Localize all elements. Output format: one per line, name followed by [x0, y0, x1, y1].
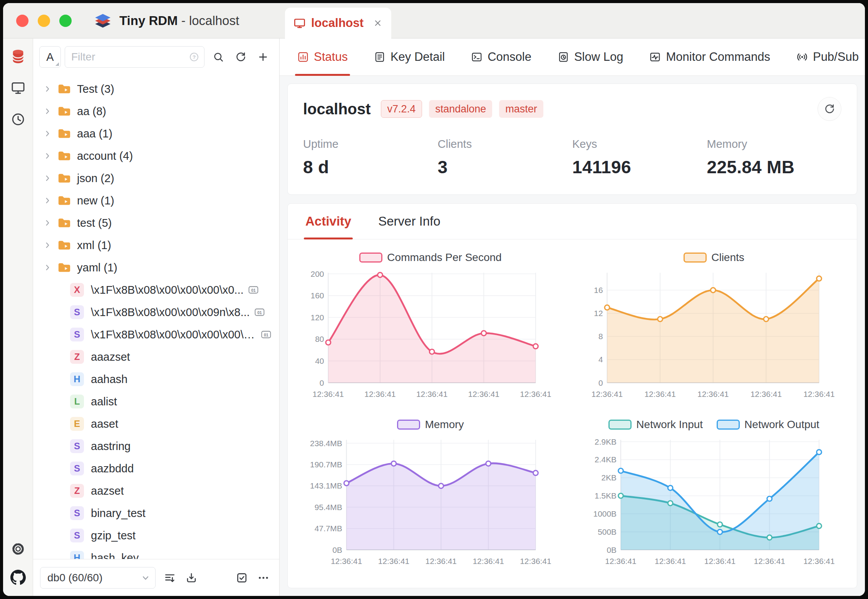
nav-tab-key-detail[interactable]: Key Detail: [372, 38, 447, 75]
nav-tabs: StatusKey DetailConsoleSlow LogMonitor C…: [280, 38, 865, 76]
chevron-right-icon[interactable]: [43, 107, 55, 115]
rail-server-button[interactable]: [10, 79, 27, 96]
tree-key[interactable]: Saastring: [33, 435, 279, 457]
close-window-button[interactable]: [16, 15, 28, 27]
tree-key[interactable]: Sbinary_test: [33, 502, 279, 524]
svg-text:190.7MB: 190.7MB: [310, 460, 342, 469]
tree-key[interactable]: S\x1F\x8B\x08\x00\x00\x00\x00\x0...01: [33, 323, 279, 346]
svg-text:12:36:41: 12:36:41: [704, 556, 736, 565]
refresh-button[interactable]: [231, 47, 251, 67]
nav-tab-slow-log[interactable]: Slow Log: [555, 38, 626, 75]
legend-label: Network Input: [636, 418, 703, 431]
refresh-status-button[interactable]: [818, 97, 841, 121]
binary-icon: 01: [261, 330, 271, 340]
tree-folder[interactable]: xml (1): [33, 234, 279, 256]
chevron-right-icon[interactable]: [43, 263, 55, 272]
chart-legend: Clients: [590, 249, 838, 266]
chart-memory: Memory0B47.7MB95.4MB143.1MB190.7MB238.4M…: [306, 417, 555, 573]
svg-text:12:36:41: 12:36:41: [468, 390, 499, 398]
add-button[interactable]: [253, 47, 273, 67]
tree-folder[interactable]: account (4): [33, 145, 279, 167]
connection-tab-localhost[interactable]: localhost: [285, 8, 391, 38]
search-button[interactable]: [208, 47, 228, 67]
rail-settings-button[interactable]: [10, 540, 27, 557]
chevron-right-icon[interactable]: [43, 85, 55, 93]
nav-tab-monitor-commands[interactable]: Monitor Commands: [647, 38, 772, 75]
settings-icon: [10, 541, 26, 557]
tree-key[interactable]: S\x1F\x8B\x08\x00\x00\x09n\x8...01: [33, 301, 279, 323]
more-button[interactable]: [255, 569, 272, 587]
chart-canvas: 0B47.7MB95.4MB143.1MB190.7MB238.4MB12:36…: [306, 434, 555, 567]
nav-tab-status[interactable]: Status: [295, 38, 350, 75]
chevron-right-icon[interactable]: [43, 196, 55, 205]
minimize-window-button[interactable]: [38, 15, 50, 27]
folder-label: json (2): [77, 172, 114, 185]
import-button[interactable]: [183, 569, 200, 587]
tree-folder[interactable]: aa (8): [33, 100, 279, 122]
chevron-right-icon[interactable]: [43, 129, 55, 138]
tree-folder[interactable]: json (2): [33, 167, 279, 189]
tree-key[interactable]: Eaaset: [33, 413, 279, 435]
github-icon: [10, 570, 26, 585]
tree-folder[interactable]: new (1): [33, 189, 279, 212]
rail-github-button[interactable]: [10, 569, 27, 586]
flatten-list-button[interactable]: [161, 569, 179, 587]
tree-key[interactable]: Haahash: [33, 368, 279, 390]
chart-clients: Clients048121612:36:4112:36:4112:36:4112…: [590, 249, 838, 406]
chevron-right-icon[interactable]: [43, 174, 55, 182]
tree-folder[interactable]: test (5): [33, 212, 279, 234]
chart-network: Network InputNetwork Output0B500B1000B1.…: [590, 417, 838, 573]
checkbox-icon: [236, 572, 248, 584]
tree-key[interactable]: Zaaazset: [33, 346, 279, 368]
svg-text:2KB: 2KB: [602, 473, 617, 482]
tree-folder[interactable]: yaml (1): [33, 256, 279, 279]
legend-item-commands-per-second[interactable]: Commands Per Second: [359, 251, 501, 264]
svg-text:12: 12: [594, 309, 603, 318]
key-type-badge: S: [70, 439, 84, 453]
tree-key[interactable]: Hhash_key: [33, 547, 279, 559]
tree-key[interactable]: Zaazset: [33, 480, 279, 502]
key-name: binary_test: [91, 507, 146, 520]
key-type-badge: Z: [70, 350, 84, 364]
legend-label: Commands Per Second: [387, 251, 501, 264]
chevron-right-icon[interactable]: [43, 152, 55, 160]
svg-text:12:36:41: 12:36:41: [803, 390, 834, 398]
chart-legend: Network InputNetwork Output: [590, 417, 838, 433]
svg-text:01: 01: [264, 333, 268, 337]
search-icon: [213, 51, 224, 63]
close-icon[interactable]: [373, 18, 383, 28]
tree-key[interactable]: Laalist: [33, 390, 279, 413]
chart-legend: Commands Per Second: [306, 249, 555, 266]
tree-folder[interactable]: Test (3): [33, 78, 279, 100]
sidebar-footer: db0 (60/60): [33, 559, 279, 596]
activity-tab-server-info[interactable]: Server Info: [377, 204, 442, 239]
filter-input[interactable]: [71, 51, 186, 63]
nav-tab-console[interactable]: Console: [469, 38, 534, 75]
key-name: aaazset: [91, 351, 130, 363]
svg-text:12:36:41: 12:36:41: [520, 556, 551, 565]
help-icon: ?: [189, 52, 199, 62]
legend-item-network-input[interactable]: Network Input: [608, 418, 703, 431]
stat-keys: Keys141196: [572, 138, 707, 177]
tree-key[interactable]: Sgzip_test: [33, 524, 279, 547]
tree-key[interactable]: X\x1F\x8B\x08\x00\x00\x00\x0...01: [33, 279, 279, 301]
stat-memory: Memory225.84 MB: [707, 138, 842, 177]
tree-folder[interactable]: aaa (1): [33, 122, 279, 145]
legend-item-clients[interactable]: Clients: [684, 251, 744, 264]
chevron-right-icon[interactable]: [43, 241, 55, 249]
activity-tab-activity[interactable]: Activity: [304, 204, 353, 239]
key-type-badge: H: [70, 551, 84, 559]
chevron-right-icon[interactable]: [43, 219, 55, 227]
tree-key[interactable]: Saazbddd: [33, 457, 279, 480]
legend-item-memory[interactable]: Memory: [397, 418, 464, 431]
legend-item-network-output[interactable]: Network Output: [717, 418, 819, 431]
zoom-window-button[interactable]: [59, 15, 72, 27]
svg-text:12:36:41: 12:36:41: [754, 556, 785, 565]
db-select[interactable]: db0 (60/60): [40, 567, 156, 589]
rail-history-button[interactable]: [10, 111, 27, 128]
rail-database-button[interactable]: [10, 48, 27, 65]
activity-tabs: ActivityServer Info: [288, 204, 857, 239]
checkbox-button[interactable]: [233, 569, 251, 587]
filter-type-dropdown[interactable]: A: [39, 46, 61, 68]
nav-tab-pub-sub[interactable]: Pub/Sub: [794, 38, 861, 75]
